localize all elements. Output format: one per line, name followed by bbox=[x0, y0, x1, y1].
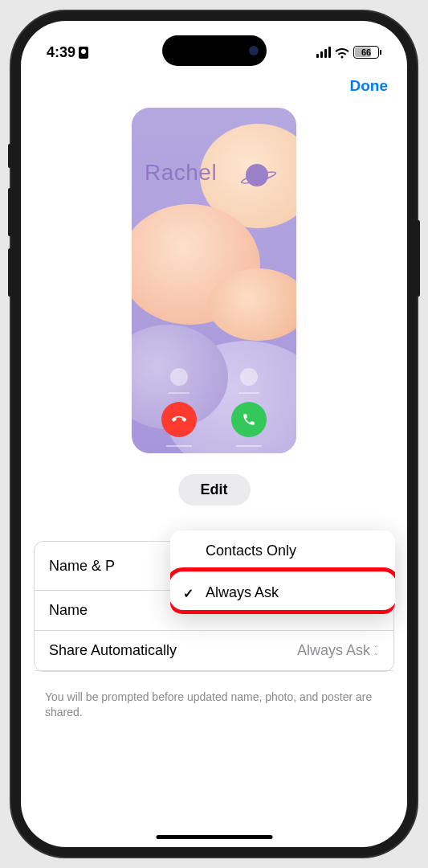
row-label: Name & P bbox=[49, 558, 115, 575]
menu-option-contacts-only[interactable]: Contacts Only bbox=[170, 530, 395, 572]
footer-description: You will be prompted before updated name… bbox=[21, 682, 407, 728]
poster-contact-name: Rachel bbox=[145, 160, 217, 186]
row-label: Share Automatically bbox=[49, 642, 177, 659]
share-options-menu: Contacts Only ✓ Always Ask bbox=[170, 530, 395, 614]
reminder-icon bbox=[240, 368, 258, 386]
settings-group: Name & P Name Share Automatically Always… bbox=[34, 541, 394, 672]
wifi-icon bbox=[335, 47, 349, 58]
accept-call-button bbox=[231, 402, 267, 437]
row-label: Name bbox=[49, 602, 88, 619]
battery-indicator: 66 bbox=[353, 46, 381, 59]
nav-bar: Done bbox=[21, 66, 407, 100]
contact-poster-preview[interactable]: Rachel bbox=[132, 108, 296, 453]
share-automatically-row[interactable]: Share Automatically Always Ask ⌃⌄ bbox=[35, 631, 393, 671]
edit-button[interactable]: Edit bbox=[178, 474, 251, 506]
dynamic-island bbox=[162, 35, 267, 66]
planet-icon bbox=[246, 164, 268, 186]
iphone-frame: 4:39 66 Done bbox=[11, 11, 417, 857]
status-time: 4:39 bbox=[47, 44, 75, 61]
orientation-lock-icon bbox=[79, 47, 88, 59]
home-indicator[interactable] bbox=[156, 835, 272, 839]
message-icon bbox=[170, 368, 188, 386]
menu-option-always-ask[interactable]: ✓ Always Ask bbox=[170, 572, 395, 614]
chevron-updown-icon: ⌃⌄ bbox=[373, 646, 379, 656]
checkmark-icon: ✓ bbox=[183, 585, 194, 600]
done-button[interactable]: Done bbox=[350, 77, 389, 95]
share-auto-value: Always Ask ⌃⌄ bbox=[297, 642, 379, 659]
cellular-signal-icon bbox=[316, 47, 331, 58]
decline-call-button bbox=[161, 402, 197, 437]
screen: 4:39 66 Done bbox=[21, 21, 407, 847]
